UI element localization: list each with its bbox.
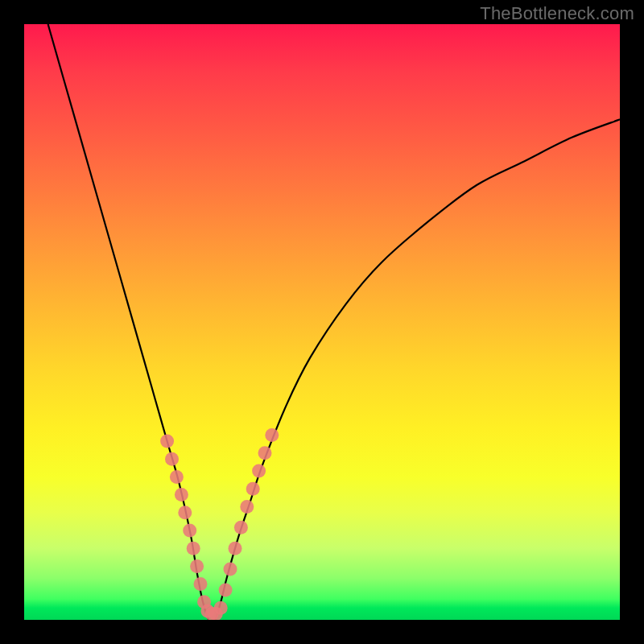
bottleneck-curve-path xyxy=(48,24,620,620)
marker-point xyxy=(187,542,200,555)
marker-point xyxy=(170,470,184,484)
bottleneck-curve-svg xyxy=(24,24,620,620)
marker-point xyxy=(175,488,188,502)
marker-point xyxy=(194,577,208,591)
marker-point xyxy=(165,452,179,466)
highlighted-points xyxy=(160,428,279,620)
marker-point xyxy=(214,601,228,615)
watermark-text: TheBottleneck.com xyxy=(480,3,634,24)
chart-frame: TheBottleneck.com xyxy=(0,0,644,644)
marker-point xyxy=(160,435,174,448)
marker-point xyxy=(265,428,279,442)
marker-point xyxy=(234,521,248,535)
marker-point xyxy=(252,464,266,478)
marker-point xyxy=(219,584,233,597)
marker-point xyxy=(246,482,260,496)
marker-point xyxy=(240,500,254,514)
marker-point xyxy=(178,506,192,519)
marker-point xyxy=(183,524,196,538)
marker-point xyxy=(190,559,204,573)
bottleneck-curve xyxy=(48,24,620,620)
marker-point xyxy=(224,563,237,576)
marker-point xyxy=(229,542,242,555)
plot-area xyxy=(24,24,620,620)
marker-point xyxy=(258,446,272,460)
